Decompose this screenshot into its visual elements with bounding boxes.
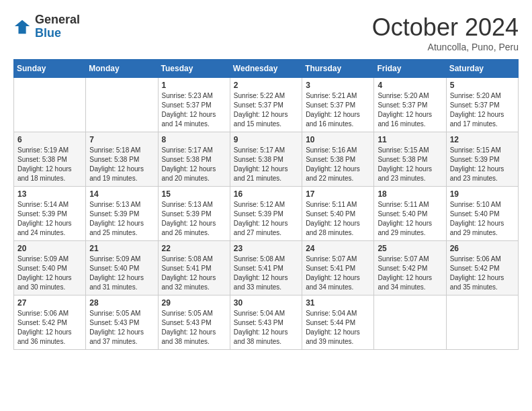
day-number: 17 [306,189,370,199]
day-info: Sunrise: 5:13 AM Sunset: 5:39 PM Dayligh… [162,200,226,238]
table-row: 31Sunrise: 5:04 AM Sunset: 5:44 PM Dayli… [302,295,374,350]
day-info: Sunrise: 5:09 AM Sunset: 5:40 PM Dayligh… [89,255,154,292]
day-number: 30 [234,298,298,308]
day-number: 1 [162,81,226,90]
day-info: Sunrise: 5:12 AM Sunset: 5:39 PM Dayligh… [234,200,298,238]
table-row: 15Sunrise: 5:13 AM Sunset: 5:39 PM Dayli… [158,187,230,241]
header-sunday: Sunday [14,60,86,78]
calendar-table: Sunday Monday Tuesday Wednesday Thursday… [13,59,519,350]
logo-text: General Blue [35,13,80,40]
calendar-week-row: 13Sunrise: 5:14 AM Sunset: 5:39 PM Dayli… [14,187,519,241]
header-saturday: Saturday [446,60,518,78]
day-number: 14 [89,189,154,199]
day-number: 21 [89,244,154,253]
day-number: 13 [17,189,82,199]
day-info: Sunrise: 5:08 AM Sunset: 5:41 PM Dayligh… [162,255,226,292]
day-number: 16 [234,189,298,199]
table-row: 1Sunrise: 5:23 AM Sunset: 5:37 PM Daylig… [158,78,230,132]
logo-general: General [35,13,80,27]
svg-marker-0 [15,20,30,34]
header-wednesday: Wednesday [230,60,302,78]
day-info: Sunrise: 5:21 AM Sunset: 5:37 PM Dayligh… [306,91,370,129]
table-row: 29Sunrise: 5:05 AM Sunset: 5:43 PM Dayli… [158,295,230,350]
table-row [86,78,158,132]
logo: General Blue [13,13,80,40]
day-info: Sunrise: 5:05 AM Sunset: 5:43 PM Dayligh… [89,309,154,347]
day-number: 27 [17,298,82,308]
table-row [374,295,446,350]
table-row: 2Sunrise: 5:22 AM Sunset: 5:37 PM Daylig… [230,78,302,132]
table-row: 8Sunrise: 5:17 AM Sunset: 5:38 PM Daylig… [158,132,230,187]
day-number: 2 [234,81,298,90]
page-header: General Blue October 2024 Atuncolla, Pun… [13,13,519,52]
header-friday: Friday [374,60,446,78]
day-info: Sunrise: 5:07 AM Sunset: 5:41 PM Dayligh… [306,255,370,292]
day-number: 25 [378,244,442,253]
day-info: Sunrise: 5:06 AM Sunset: 5:42 PM Dayligh… [450,255,515,292]
calendar-week-row: 1Sunrise: 5:23 AM Sunset: 5:37 PM Daylig… [14,78,519,132]
header-tuesday: Tuesday [158,60,230,78]
day-info: Sunrise: 5:20 AM Sunset: 5:37 PM Dayligh… [450,91,515,129]
day-info: Sunrise: 5:17 AM Sunset: 5:38 PM Dayligh… [234,146,298,183]
day-number: 6 [17,135,82,144]
table-row [14,78,86,132]
day-number: 11 [378,135,442,144]
day-number: 23 [234,244,298,253]
day-info: Sunrise: 5:09 AM Sunset: 5:40 PM Dayligh… [17,255,82,292]
table-row: 23Sunrise: 5:08 AM Sunset: 5:41 PM Dayli… [230,241,302,295]
table-row: 9Sunrise: 5:17 AM Sunset: 5:38 PM Daylig… [230,132,302,187]
table-row: 13Sunrise: 5:14 AM Sunset: 5:39 PM Dayli… [14,187,86,241]
day-info: Sunrise: 5:07 AM Sunset: 5:42 PM Dayligh… [378,255,442,292]
day-info: Sunrise: 5:18 AM Sunset: 5:38 PM Dayligh… [89,146,154,183]
day-info: Sunrise: 5:13 AM Sunset: 5:39 PM Dayligh… [89,200,154,238]
table-row: 24Sunrise: 5:07 AM Sunset: 5:41 PM Dayli… [302,241,374,295]
day-info: Sunrise: 5:22 AM Sunset: 5:37 PM Dayligh… [234,91,298,129]
day-info: Sunrise: 5:06 AM Sunset: 5:42 PM Dayligh… [17,309,82,347]
day-number: 31 [306,298,370,308]
table-row: 11Sunrise: 5:15 AM Sunset: 5:38 PM Dayli… [374,132,446,187]
day-number: 29 [162,298,226,308]
day-info: Sunrise: 5:11 AM Sunset: 5:40 PM Dayligh… [306,200,370,238]
calendar-week-row: 27Sunrise: 5:06 AM Sunset: 5:42 PM Dayli… [14,295,519,350]
day-number: 9 [234,135,298,144]
day-info: Sunrise: 5:14 AM Sunset: 5:39 PM Dayligh… [17,200,82,238]
day-info: Sunrise: 5:16 AM Sunset: 5:38 PM Dayligh… [306,146,370,183]
day-number: 22 [162,244,226,253]
day-info: Sunrise: 5:04 AM Sunset: 5:44 PM Dayligh… [306,309,370,347]
calendar-header-row: Sunday Monday Tuesday Wednesday Thursday… [14,60,519,78]
table-row: 17Sunrise: 5:11 AM Sunset: 5:40 PM Dayli… [302,187,374,241]
logo-blue: Blue [35,27,80,40]
day-info: Sunrise: 5:23 AM Sunset: 5:37 PM Dayligh… [162,91,226,129]
logo-icon [13,17,32,36]
table-row: 25Sunrise: 5:07 AM Sunset: 5:42 PM Dayli… [374,241,446,295]
day-info: Sunrise: 5:11 AM Sunset: 5:40 PM Dayligh… [378,200,442,238]
day-number: 26 [450,244,515,253]
title-area: October 2024 Atuncolla, Puno, Peru [372,13,519,52]
table-row [446,295,518,350]
calendar-week-row: 20Sunrise: 5:09 AM Sunset: 5:40 PM Dayli… [14,241,519,295]
day-info: Sunrise: 5:10 AM Sunset: 5:40 PM Dayligh… [450,200,515,238]
day-number: 3 [306,81,370,90]
table-row: 19Sunrise: 5:10 AM Sunset: 5:40 PM Dayli… [446,187,518,241]
table-row: 28Sunrise: 5:05 AM Sunset: 5:43 PM Dayli… [86,295,158,350]
header-thursday: Thursday [302,60,374,78]
table-row: 14Sunrise: 5:13 AM Sunset: 5:39 PM Dayli… [86,187,158,241]
table-row: 22Sunrise: 5:08 AM Sunset: 5:41 PM Dayli… [158,241,230,295]
day-number: 19 [450,189,515,199]
table-row: 7Sunrise: 5:18 AM Sunset: 5:38 PM Daylig… [86,132,158,187]
day-number: 15 [162,189,226,199]
table-row: 30Sunrise: 5:04 AM Sunset: 5:43 PM Dayli… [230,295,302,350]
month-title: October 2024 [372,13,519,42]
day-number: 10 [306,135,370,144]
table-row: 20Sunrise: 5:09 AM Sunset: 5:40 PM Dayli… [14,241,86,295]
day-number: 8 [162,135,226,144]
day-number: 18 [378,189,442,199]
header-monday: Monday [86,60,158,78]
day-info: Sunrise: 5:15 AM Sunset: 5:39 PM Dayligh… [450,146,515,183]
day-info: Sunrise: 5:20 AM Sunset: 5:37 PM Dayligh… [378,91,442,129]
day-info: Sunrise: 5:08 AM Sunset: 5:41 PM Dayligh… [234,255,298,292]
table-row: 16Sunrise: 5:12 AM Sunset: 5:39 PM Dayli… [230,187,302,241]
table-row: 12Sunrise: 5:15 AM Sunset: 5:39 PM Dayli… [446,132,518,187]
location-subtitle: Atuncolla, Puno, Peru [372,42,519,52]
day-number: 5 [450,81,515,90]
